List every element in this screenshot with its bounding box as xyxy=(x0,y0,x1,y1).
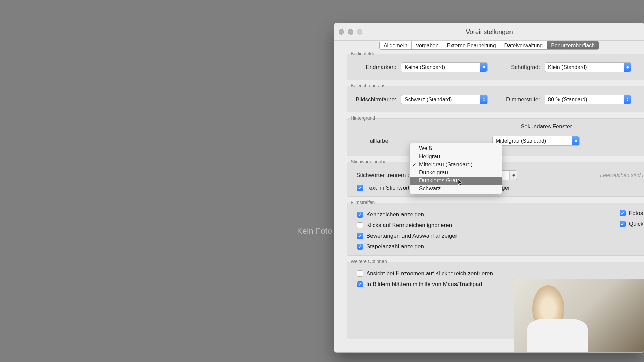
schriftgrad-select[interactable]: Klein (Standard) xyxy=(545,62,631,72)
tab-dateiverwaltung[interactable]: Dateiverwaltung xyxy=(500,41,547,49)
checkbox-icon xyxy=(357,281,363,287)
endmarken-value: Keine (Standard) xyxy=(405,64,445,70)
section-bedienfelder: Bedienfelder Endmarken: Keine (Standard)… xyxy=(347,54,644,80)
chevron-updown-icon xyxy=(509,171,517,180)
section-beleuchtung: Beleuchtung aus Bildschirmfarbe: Schwarz… xyxy=(347,86,644,112)
bildschirmfarbe-value: Schwarz (Standard) xyxy=(405,97,452,103)
stapelanzahl-label: Stapelanzahl anzeigen xyxy=(366,243,424,250)
chevron-updown-icon xyxy=(624,63,631,72)
minimize-icon[interactable] xyxy=(348,29,353,35)
tabbar: Allgemein Vorgaben Externe Bearbeitung D… xyxy=(334,41,644,50)
bewertungen-label: Bewertungen und Auswahl anzeigen xyxy=(366,233,459,239)
dropdown-option[interactable]: Schwarz xyxy=(410,185,502,193)
section-title: Bedienfelder xyxy=(350,51,378,56)
tab-allgemein[interactable]: Allgemein xyxy=(380,41,412,49)
dropdown-option[interactable]: Weiß xyxy=(410,144,502,153)
section-title: Weitere Optionen xyxy=(350,259,388,264)
stapelanzahl-checkbox[interactable]: Stapelanzahl anzeigen xyxy=(357,243,644,250)
dropdown-option[interactable]: Hellgrau xyxy=(410,153,502,161)
section-title: Beleuchtung aus xyxy=(350,83,386,88)
section-filmstreifen: Filmstreifen Kennzeichen anzeigen Klicks… xyxy=(347,203,644,256)
bildschirmfarbe-select[interactable]: Schwarz (Standard) xyxy=(401,95,488,104)
dimmerstufe-label: Dimmerstufe: xyxy=(492,96,540,103)
checkbox-icon xyxy=(357,222,363,228)
webcam-thumbnail xyxy=(514,279,644,352)
schriftgrad-label: Schriftgrad: xyxy=(492,64,540,71)
bewertungen-checkbox[interactable]: Bewertungen und Auswahl anzeigen xyxy=(357,233,644,239)
sekundaer-heading: Sekundäres Fenster xyxy=(521,123,572,130)
blaettern-label: In Bildern blättern mithilfe von Maus/Tr… xyxy=(366,281,482,288)
checkbox-icon xyxy=(357,270,363,277)
checkbox-icon xyxy=(620,210,626,216)
checkbox-icon xyxy=(620,221,626,227)
close-icon[interactable] xyxy=(339,29,344,35)
endmarken-label: Endmarken: xyxy=(356,64,396,71)
titlebar: Voreinstellungen xyxy=(334,23,644,41)
checkbox-icon xyxy=(357,244,363,250)
dropdown-option[interactable]: Dunkleres Grau xyxy=(410,177,502,185)
fuellfarbe-label: Füllfarbe xyxy=(356,138,388,144)
preferences-window: Voreinstellungen Allgemein Vorgaben Exte… xyxy=(334,23,644,353)
sekundaer-value: Mittelgrau (Standard) xyxy=(496,138,546,144)
endmarken-select[interactable]: Keine (Standard) xyxy=(401,62,488,72)
tab-vorgaben[interactable]: Vorgaben xyxy=(412,41,443,49)
section-title: Stichworteingabe xyxy=(350,159,387,164)
traffic-lights xyxy=(339,29,362,35)
tab-benutzeroberflaeche[interactable]: Benutzeroberfläch xyxy=(547,41,599,49)
fotos-im-checkbox[interactable]: Fotos im xyxy=(620,210,644,217)
quickinfo-label: QuickInf xyxy=(629,221,644,227)
leerzeichen-note: Leerzeichen sind i xyxy=(600,172,644,178)
window-title: Voreinstellungen xyxy=(334,28,644,36)
checkbox-icon xyxy=(357,212,363,218)
bildschirmfarbe-label: Bildschirmfarbe: xyxy=(356,96,396,103)
chevron-updown-icon xyxy=(480,95,487,104)
tab-externe-bearbeitung[interactable]: Externe Bearbeitung xyxy=(443,41,500,49)
chevron-updown-icon xyxy=(480,63,487,72)
einzoomen-label: Ansicht bei Einzoomen auf Klickbereich z… xyxy=(366,270,493,277)
zoom-icon[interactable] xyxy=(357,29,362,35)
dropdown-option[interactable]: Dunkelgrau xyxy=(410,169,502,177)
fotos-im-label: Fotos im xyxy=(629,210,644,217)
klicks-label: Klicks auf Kennzeichen ignorieren xyxy=(366,222,452,229)
dimmerstufe-select[interactable]: 80 % (Standard) xyxy=(545,95,631,104)
section-title: Hintergrund xyxy=(350,115,376,121)
kennzeichen-checkbox[interactable]: Kennzeichen anzeigen xyxy=(357,211,644,218)
klicks-checkbox[interactable]: Klicks auf Kennzeichen ignorieren xyxy=(357,222,644,229)
quickinfo-checkbox[interactable]: QuickInf xyxy=(620,221,644,227)
sekundaer-select[interactable]: Mittelgrau (Standard) xyxy=(492,136,580,146)
chevron-updown-icon xyxy=(572,136,579,145)
schriftgrad-value: Klein (Standard) xyxy=(548,64,587,70)
checkbox-icon xyxy=(357,185,363,191)
fuellfarbe-dropdown[interactable]: WeißHellgrauMittelgrau (Standard)Dunkelg… xyxy=(409,143,502,194)
dimmerstufe-value: 80 % (Standard) xyxy=(548,97,587,103)
kennzeichen-label: Kennzeichen anzeigen xyxy=(366,211,424,218)
dropdown-option[interactable]: Mittelgrau (Standard) xyxy=(410,161,502,169)
section-title: Filmstreifen xyxy=(350,200,376,205)
checkbox-icon xyxy=(357,233,363,239)
mouse-cursor-icon xyxy=(458,179,463,186)
einzoomen-checkbox[interactable]: Ansicht bei Einzoomen auf Klickbereich z… xyxy=(357,270,644,277)
chevron-updown-icon xyxy=(624,95,631,104)
